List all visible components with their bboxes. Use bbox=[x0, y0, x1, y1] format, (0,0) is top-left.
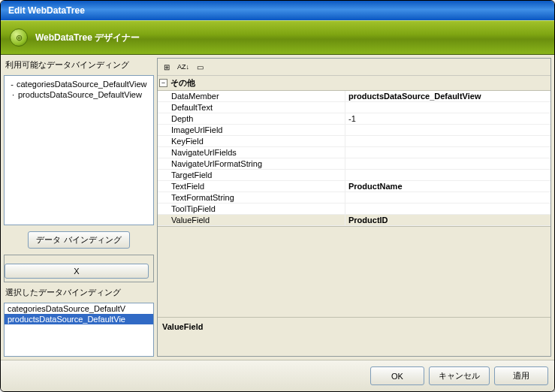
help-property-name: ValueField bbox=[162, 322, 546, 331]
data-binding-button[interactable]: データ バインディング bbox=[28, 231, 129, 249]
property-row[interactable]: TextFormatString bbox=[158, 192, 550, 204]
property-row[interactable]: ImageUrlField bbox=[158, 125, 550, 136]
designer-header: ⊚ WebDataTree デザイナー bbox=[1, 20, 554, 55]
list-item[interactable]: categoriesDataSource_DefaultV bbox=[5, 303, 153, 314]
property-name: DefaultText bbox=[158, 102, 345, 113]
propgrid-toolbar: ⊞ AZ↓ ▭ bbox=[158, 59, 550, 76]
property-value[interactable] bbox=[345, 192, 550, 203]
collapse-icon[interactable]: − bbox=[159, 79, 167, 87]
property-value[interactable] bbox=[345, 204, 550, 214]
property-name: NavigateUrlFormatString bbox=[158, 158, 345, 169]
property-value[interactable] bbox=[345, 170, 550, 180]
property-name: DataMember bbox=[158, 91, 345, 101]
property-row[interactable]: NavigateUrlFormatString bbox=[158, 158, 550, 170]
az-sort-icon: AZ↓ bbox=[177, 64, 189, 70]
property-name: TargetField bbox=[158, 170, 345, 180]
property-grid[interactable]: − その他 DataMemberproductsDataSource_Defau… bbox=[158, 76, 550, 227]
property-value[interactable] bbox=[345, 102, 550, 113]
selected-bindings-label: 選択したデータバインディング bbox=[4, 285, 154, 300]
property-row[interactable]: TargetField bbox=[158, 170, 550, 181]
property-name: NavigateUrlFields bbox=[158, 147, 345, 158]
categorized-view-button[interactable]: ⊞ bbox=[159, 60, 174, 74]
selected-bindings-list[interactable]: categoriesDataSource_DefaultVproductsDat… bbox=[4, 303, 154, 357]
apply-button[interactable]: 適用 bbox=[494, 366, 548, 385]
ok-button[interactable]: OK bbox=[370, 366, 424, 385]
property-row[interactable]: ValueFieldProductID bbox=[158, 215, 550, 226]
property-value[interactable] bbox=[345, 147, 550, 158]
tree-icon: ⊚ bbox=[10, 29, 28, 47]
property-row[interactable]: DataMemberproductsDataSource_DefaultView bbox=[158, 91, 550, 102]
category-row[interactable]: − その他 bbox=[158, 76, 550, 91]
property-row[interactable]: KeyField bbox=[158, 136, 550, 147]
spacer bbox=[158, 227, 550, 317]
dialog-body: 利用可能なデータバインディング -categoriesDataSource_De… bbox=[1, 55, 554, 360]
tree-item[interactable]: ·productsDataSource_DefaultView bbox=[8, 89, 150, 100]
available-bindings-label: 利用可能なデータバインディング bbox=[4, 58, 154, 72]
property-help: ValueField bbox=[158, 317, 550, 356]
property-panel: ⊞ AZ↓ ▭ − その他 DataMemberproductsDataSour… bbox=[157, 58, 551, 357]
property-value[interactable] bbox=[345, 125, 550, 135]
tree-item-label: categoriesDataSource_DefaultView bbox=[17, 80, 146, 89]
property-row[interactable]: ToolTipField bbox=[158, 204, 550, 215]
property-value[interactable] bbox=[345, 136, 550, 146]
tree-toggle-icon[interactable]: - bbox=[8, 80, 17, 89]
dialog-window: Edit WebDataTree ⊚ WebDataTree デザイナー 利用可… bbox=[0, 0, 555, 392]
property-pages-button[interactable]: ▭ bbox=[192, 60, 207, 74]
property-name: TextFormatString bbox=[158, 192, 345, 203]
property-name: ToolTipField bbox=[158, 204, 345, 214]
grid-icon: ⊞ bbox=[164, 63, 170, 71]
remove-binding-button[interactable]: X bbox=[5, 264, 149, 279]
cancel-button[interactable]: キャンセル bbox=[429, 366, 490, 385]
list-item[interactable]: productsDataSource_DefaultVie bbox=[5, 314, 153, 324]
property-name: Depth bbox=[158, 113, 345, 124]
category-name: その他 bbox=[170, 77, 195, 89]
titlebar[interactable]: Edit WebDataTree bbox=[1, 1, 554, 20]
property-row[interactable]: NavigateUrlFields bbox=[158, 147, 550, 158]
property-name: TextField bbox=[158, 181, 345, 191]
tree-item[interactable]: -categoriesDataSource_DefaultView bbox=[8, 79, 150, 89]
property-value[interactable]: ProductID bbox=[345, 215, 550, 225]
left-panel: 利用可能なデータバインディング -categoriesDataSource_De… bbox=[4, 58, 154, 357]
property-row[interactable]: Depth-1 bbox=[158, 113, 550, 125]
property-value[interactable] bbox=[345, 158, 550, 169]
alphabetical-view-button[interactable]: AZ↓ bbox=[176, 60, 191, 74]
property-value[interactable]: productsDataSource_DefaultView bbox=[345, 91, 550, 101]
designer-title: WebDataTree デザイナー bbox=[35, 32, 140, 44]
property-value[interactable]: -1 bbox=[345, 113, 550, 124]
property-name: ValueField bbox=[158, 215, 345, 225]
window-title: Edit WebDataTree bbox=[8, 5, 85, 16]
tree-item-label: productsDataSource_DefaultView bbox=[18, 90, 142, 99]
property-name: ImageUrlField bbox=[158, 125, 345, 135]
property-row[interactable]: DefaultText bbox=[158, 102, 550, 113]
tree-leaf-icon: · bbox=[8, 90, 18, 99]
available-bindings-tree[interactable]: -categoriesDataSource_DefaultView ·produ… bbox=[4, 75, 154, 225]
pages-icon: ▭ bbox=[197, 63, 204, 71]
property-value[interactable]: ProductName bbox=[345, 181, 550, 191]
property-row[interactable]: TextFieldProductName bbox=[158, 181, 550, 192]
property-name: KeyField bbox=[158, 136, 345, 146]
dialog-footer: OK キャンセル 適用 bbox=[1, 360, 554, 391]
